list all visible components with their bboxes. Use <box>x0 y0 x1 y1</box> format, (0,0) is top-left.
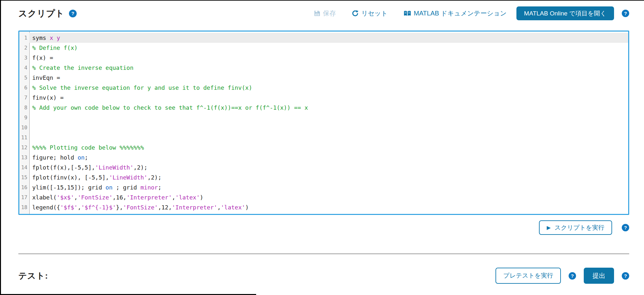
script-help-icon[interactable]: ? <box>69 10 77 17</box>
line-number: 12 <box>19 143 29 152</box>
section-divider <box>18 254 629 254</box>
code-line[interactable]: 12%%%% Plotting code below %%%%%%% <box>19 143 628 152</box>
line-number: 14 <box>19 162 29 172</box>
code-text: %%%% Plotting code below %%%%%%% <box>29 143 628 152</box>
line-number: 18 <box>19 202 29 212</box>
line-number: 1 <box>19 33 29 43</box>
line-number: 10 <box>19 123 29 133</box>
line-number: 7 <box>19 93 29 103</box>
play-icon: ▶ <box>547 225 551 230</box>
code-editor[interactable]: 1syms x y2% Define f(x)3f(x) =4% Create … <box>18 31 629 215</box>
run-script-help-icon[interactable]: ? <box>622 224 629 231</box>
code-line[interactable]: 7finv(x) = <box>19 93 628 103</box>
line-number: 3 <box>19 53 29 63</box>
test-actions: プレテストを実行 ? 提出 ? <box>495 268 629 284</box>
code-line[interactable]: 1syms x y <box>19 33 628 43</box>
code-line[interactable]: 13figure; hold on; <box>19 152 628 162</box>
code-line[interactable]: 3f(x) = <box>19 53 628 63</box>
line-number: 13 <box>19 152 29 162</box>
line-number: 16 <box>19 182 29 192</box>
book-icon <box>404 10 411 16</box>
open-online-help-icon[interactable]: ? <box>622 10 629 17</box>
code-text: % Define f(x) <box>29 43 628 53</box>
test-section: テスト: プレテストを実行 ? 提出 ? <box>18 268 629 284</box>
code-text: % Create the inverse equation <box>29 63 628 73</box>
line-number: 4 <box>19 63 29 73</box>
code-line[interactable]: 15fplot(finv(x), [-5,5],'LineWidth',2); <box>19 172 628 182</box>
content-frame: スクリプト ? 保存 リセット MATLAB ドキュメンテーション <box>1 1 644 284</box>
code-text: fplot(f(x),[-5,5],'LineWidth',2); <box>29 162 628 172</box>
page: { "header": { "title": "スクリプト", "toolbar… <box>0 0 644 295</box>
line-number: 8 <box>19 103 29 113</box>
code-line[interactable]: 17xlabel('$x$','FontSize',16,'Interprete… <box>19 192 628 202</box>
run-pretest-button[interactable]: プレテストを実行 <box>495 268 561 284</box>
code-line[interactable]: 11 <box>19 133 628 143</box>
line-number: 9 <box>19 113 29 123</box>
pretest-help-icon[interactable]: ? <box>569 272 576 280</box>
reset-label: リセット <box>361 9 388 18</box>
code-line[interactable]: 4% Create the inverse equation <box>19 63 628 73</box>
save-button[interactable]: 保存 <box>314 9 336 18</box>
open-matlab-online-button[interactable]: MATLAB Online で項目を開く <box>516 6 614 20</box>
line-number: 11 <box>19 133 29 143</box>
code-text: xlabel('$x$','FontSize',16,'Interpreter'… <box>29 192 628 202</box>
code-lines: 1syms x y2% Define f(x)3f(x) =4% Create … <box>19 33 628 212</box>
submit-button[interactable]: 提出 <box>584 268 614 284</box>
matlab-documentation-link[interactable]: MATLAB ドキュメンテーション <box>404 9 506 18</box>
refresh-icon <box>352 10 359 17</box>
run-script-row: ▶ スクリプトを実行 ? <box>18 220 629 235</box>
toolbar: 保存 リセット MATLAB ドキュメンテーション <box>314 9 506 18</box>
code-text: figure; hold on; <box>29 152 628 162</box>
code-line[interactable]: 16ylim([-15,15]); grid on ; grid minor; <box>19 182 628 192</box>
reset-button[interactable]: リセット <box>352 9 388 18</box>
line-number: 6 <box>19 83 29 93</box>
save-label: 保存 <box>323 9 336 18</box>
code-text: invEqn = <box>29 73 628 83</box>
code-line[interactable]: 18legend({'$f$','$f^{-1}$'},'FontSize',1… <box>19 202 628 212</box>
code-text: fplot(finv(x), [-5,5],'LineWidth',2); <box>29 172 628 182</box>
documentation-label: MATLAB ドキュメンテーション <box>414 9 506 18</box>
code-line[interactable]: 8% Add your own code below to check to s… <box>19 103 628 113</box>
code-line[interactable]: 10 <box>19 123 628 133</box>
code-line[interactable]: 14fplot(f(x),[-5,5],'LineWidth',2); <box>19 162 628 172</box>
code-text: ylim([-15,15]); grid on ; grid minor; <box>29 182 628 192</box>
line-number: 17 <box>19 192 29 202</box>
code-line[interactable]: 6% Solve the inverse equation for y and … <box>19 83 628 93</box>
code-text: legend({'$f$','$f^{-1}$'},'FontSize',12,… <box>29 202 628 212</box>
code-text <box>29 123 628 133</box>
floppy-disk-icon <box>314 10 320 16</box>
code-text <box>29 133 628 143</box>
run-script-button[interactable]: ▶ スクリプトを実行 <box>539 220 612 235</box>
header: スクリプト ? 保存 リセット MATLAB ドキュメンテーション <box>18 6 629 20</box>
code-line[interactable]: 2% Define f(x) <box>19 43 628 53</box>
submit-help-icon[interactable]: ? <box>622 272 629 280</box>
page-title: スクリプト <box>18 8 64 19</box>
code-text: % Solve the inverse equation for y and u… <box>29 83 628 93</box>
code-text: f(x) = <box>29 53 628 63</box>
test-heading: テスト: <box>18 270 48 281</box>
line-number: 15 <box>19 172 29 182</box>
code-text: % Add your own code below to check to se… <box>29 103 628 113</box>
code-text: syms x y <box>29 33 628 43</box>
code-line[interactable]: 5invEqn = <box>19 73 628 83</box>
code-text: finv(x) = <box>29 93 628 103</box>
code-line[interactable]: 9 <box>19 113 628 123</box>
code-text <box>29 113 628 123</box>
line-number: 2 <box>19 43 29 53</box>
run-script-label: スクリプトを実行 <box>554 224 604 232</box>
line-number: 5 <box>19 73 29 83</box>
